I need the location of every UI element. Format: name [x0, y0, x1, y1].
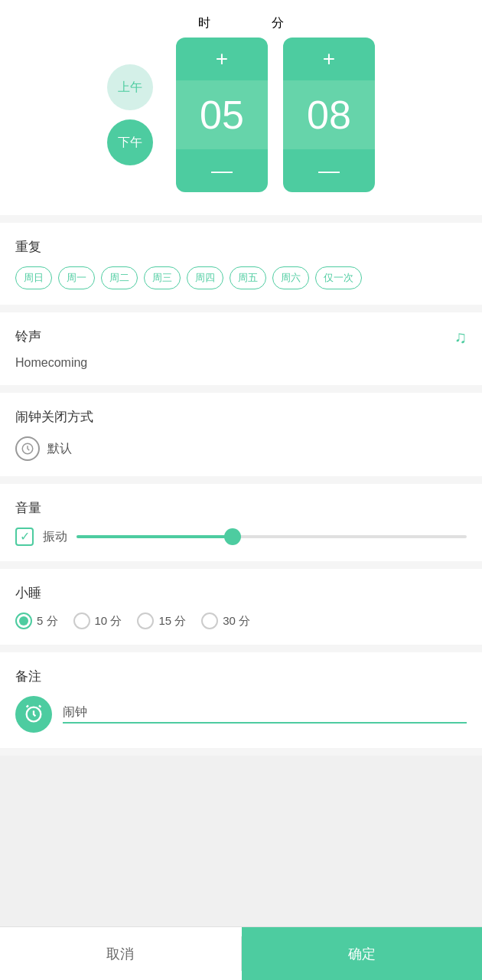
time-picker-row: 上午 下午 + 05 — + 08 —: [107, 38, 375, 192]
slider-fill: [77, 535, 233, 538]
day-once[interactable]: 仅一次: [315, 266, 362, 289]
am-button[interactable]: 上午: [107, 64, 153, 110]
day-thursday[interactable]: 周四: [187, 266, 223, 289]
snooze-30min-label: 30 分: [223, 614, 250, 629]
minus-icon-min: —: [318, 158, 340, 183]
time-picker-section: 时 分 上午 下午 + 05 — + 08 —: [0, 0, 482, 215]
hour-label: 时: [198, 15, 210, 31]
notes-section: 备注: [0, 652, 482, 748]
minute-increment-button[interactable]: +: [283, 38, 375, 80]
alarm-off-section: 闹钟关闭方式 默认: [0, 393, 482, 476]
svg-line-2: [27, 705, 28, 707]
clock-icon: [15, 436, 40, 461]
radio-10min: [73, 612, 90, 629]
vibrate-checkbox[interactable]: ✓: [15, 528, 34, 546]
notes-row: [15, 696, 467, 733]
snooze-10min-label: 10 分: [95, 614, 122, 629]
snooze-15min[interactable]: 15 分: [137, 612, 186, 629]
minute-spinner: + 08 —: [283, 38, 375, 192]
notes-input[interactable]: [63, 705, 467, 719]
snooze-title: 小睡: [15, 584, 467, 602]
hour-value: 05: [176, 80, 268, 149]
hour-increment-button[interactable]: +: [176, 38, 268, 80]
cancel-button[interactable]: 取消: [0, 927, 241, 980]
music-icon: ♫: [454, 328, 467, 348]
volume-row: ✓ 振动: [15, 528, 467, 546]
day-tuesday[interactable]: 周二: [101, 266, 138, 289]
alarm-avatar: [15, 696, 52, 733]
volume-section: 音量 ✓ 振动: [0, 484, 482, 561]
hour-spinner: + 05 —: [176, 38, 268, 192]
days-row: 周日 周一 周二 周三 周四 周五 周六 仅一次: [15, 266, 467, 289]
minute-value: 08: [283, 80, 375, 149]
notes-input-wrapper: [63, 705, 467, 724]
repeat-section: 重复 周日 周一 周二 周三 周四 周五 周六 仅一次: [0, 223, 482, 305]
bottom-bar: 取消 确定: [0, 926, 482, 980]
ringtone-section[interactable]: 铃声 ♫ Homecoming: [0, 312, 482, 385]
repeat-title: 重复: [15, 238, 467, 256]
time-column-labels: 时 分: [198, 15, 284, 31]
am-pm-column: 上午 下午: [107, 64, 153, 165]
volume-slider[interactable]: [77, 535, 467, 538]
day-sunday[interactable]: 周日: [15, 266, 52, 289]
ringtone-title: 铃声: [15, 328, 467, 345]
plus-icon: +: [216, 47, 228, 71]
snooze-section: 小睡 5 分 10 分 15 分 30 分: [0, 569, 482, 645]
day-friday[interactable]: 周五: [230, 266, 266, 289]
checkmark-icon: ✓: [20, 531, 30, 543]
confirm-button[interactable]: 确定: [242, 927, 483, 980]
alarm-off-row[interactable]: 默认: [15, 436, 467, 461]
pm-button[interactable]: 下午: [107, 119, 153, 165]
day-wednesday[interactable]: 周三: [144, 266, 181, 289]
snooze-row: 5 分 10 分 15 分 30 分: [15, 612, 467, 629]
plus-icon-min: +: [323, 47, 335, 71]
svg-line-3: [39, 705, 41, 707]
alarm-off-title: 闹钟关闭方式: [15, 408, 467, 426]
snooze-30min[interactable]: 30 分: [201, 612, 250, 629]
min-label: 分: [272, 15, 284, 31]
snooze-10min[interactable]: 10 分: [73, 612, 122, 629]
spacer: [0, 756, 482, 926]
slider-thumb[interactable]: [224, 528, 241, 545]
radio-15min: [137, 612, 154, 629]
alarm-off-method: 默认: [47, 441, 72, 457]
hour-decrement-button[interactable]: —: [176, 149, 268, 192]
day-monday[interactable]: 周一: [58, 266, 95, 289]
notes-title: 备注: [15, 668, 467, 685]
day-saturday[interactable]: 周六: [272, 266, 309, 289]
minute-decrement-button[interactable]: —: [283, 149, 375, 192]
volume-title: 音量: [15, 499, 467, 517]
minus-icon: —: [211, 158, 233, 183]
snooze-15min-label: 15 分: [158, 614, 186, 629]
radio-5min: [15, 612, 32, 629]
snooze-5min-label: 5 分: [37, 614, 58, 629]
radio-30min: [201, 612, 218, 629]
snooze-5min[interactable]: 5 分: [15, 612, 58, 629]
ringtone-value: Homecoming: [15, 356, 467, 370]
vibrate-label: 振动: [43, 529, 67, 545]
